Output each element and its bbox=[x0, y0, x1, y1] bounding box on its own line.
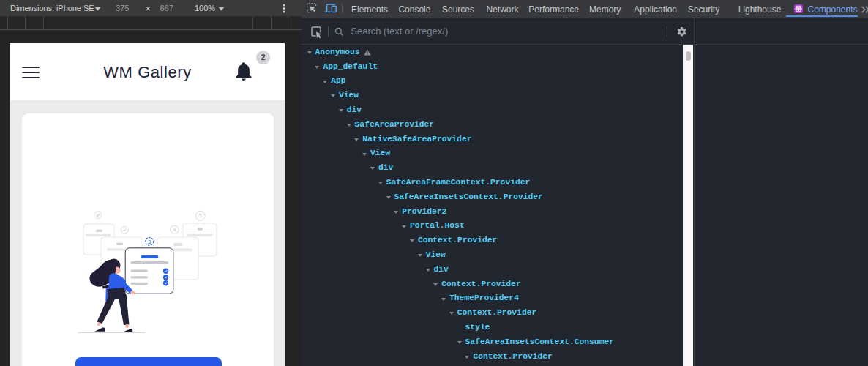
svg-text:4: 4 bbox=[173, 227, 176, 232]
svg-text:3: 3 bbox=[148, 239, 151, 244]
svg-text:5: 5 bbox=[199, 212, 202, 219]
